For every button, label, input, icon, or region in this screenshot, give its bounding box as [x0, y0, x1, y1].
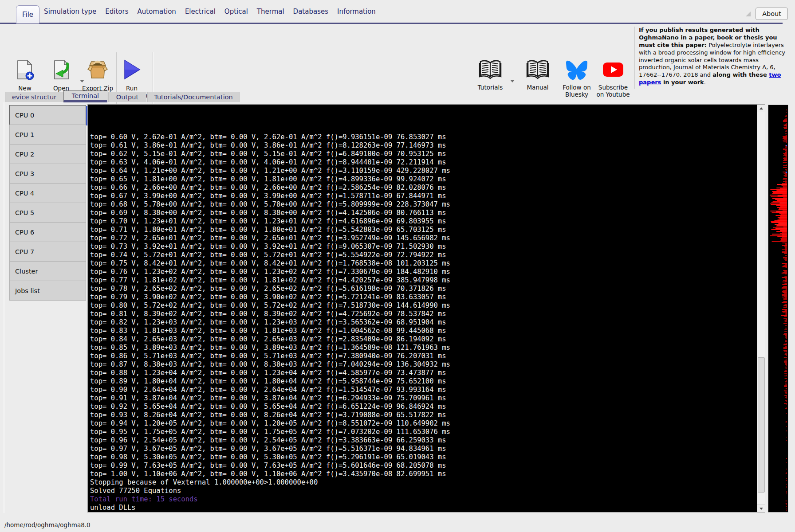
- terminal-scrollbar[interactable]: [757, 105, 765, 512]
- sidebar-item-jobs-list[interactable]: Jobs list: [9, 281, 86, 301]
- terminal-line: top= 0.63 V, 4.06e-01 A/m^2, btm= 0.00 V…: [90, 158, 751, 167]
- terminal-line: Stopping because of Vexternal 1.000000e+…: [90, 478, 751, 487]
- sidebar-item-cpu-6[interactable]: CPU 6: [9, 222, 86, 242]
- cpu-activity-graph: [768, 105, 787, 511]
- terminal-line: top= 0.64 V, 1.21e+00 A/m^2, btm= 0.00 V…: [90, 167, 751, 175]
- menu-items: FileSimulation typeEditorsAutomationElec…: [16, 0, 380, 23]
- manual-book-icon: [526, 59, 550, 82]
- terminal-line: top= 0.89 V, 1.80e+04 A/m^2, btm= 0.00 V…: [90, 377, 751, 386]
- tutorials-book-icon: [478, 59, 502, 82]
- cpu-list: CPU 0CPU 1CPU 2CPU 3CPU 4CPU 5CPU 6CPU 7…: [9, 106, 86, 301]
- terminal-line: top= 0.66 V, 2.66e+00 A/m^2, btm= 0.00 V…: [90, 184, 751, 192]
- terminal-line: unload DLLs: [90, 504, 751, 512]
- terminal-line: top= 0.75 V, 8.42e+01 A/m^2, btm= 0.00 V…: [90, 259, 751, 268]
- terminal-line: top= 0.69 V, 8.38e+00 A/m^2, btm= 0.00 V…: [90, 209, 751, 217]
- app-window: FileSimulation typeEditorsAutomationElec…: [0, 0, 795, 532]
- terminal-panel: top= 0.60 V, 2.62e-01 A/m^2, btm= 0.00 V…: [87, 104, 765, 512]
- citation-segment: .: [704, 79, 706, 86]
- terminal-line: top= 0.74 V, 5.72e+01 A/m^2, btm= 0.00 V…: [90, 251, 751, 259]
- terminal-output[interactable]: top= 0.60 V, 2.62e-01 A/m^2, btm= 0.00 V…: [88, 105, 751, 512]
- terminal-line: top= 0.87 V, 8.38e+03 A/m^2, btm= 0.00 V…: [90, 360, 751, 369]
- tab-device-structure[interactable]: evice structur: [5, 92, 63, 102]
- run-simulation-icon: [122, 59, 142, 82]
- tab-output[interactable]: Output: [108, 92, 146, 102]
- terminal-line: top= 0.82 V, 1.23e+03 A/m^2, btm= 0.00 V…: [90, 318, 751, 327]
- about-button[interactable]: About: [756, 8, 788, 20]
- menu-item-automation[interactable]: Automation: [133, 5, 181, 18]
- citation-text: If you publish results generated with Og…: [639, 27, 792, 86]
- bluesky-butterfly-icon: [566, 59, 587, 82]
- terminal-line: top= 0.83 V, 1.81e+03 A/m^2, btm= 0.00 V…: [90, 327, 751, 335]
- sidebar-item-cpu-3[interactable]: CPU 3: [9, 164, 86, 184]
- terminal-line: top= 0.65 V, 1.81e+00 A/m^2, btm= 0.00 V…: [90, 175, 751, 184]
- sidebar-item-cpu-5[interactable]: CPU 5: [9, 203, 86, 223]
- tutorials-button[interactable]: Tutorials: [471, 59, 509, 91]
- terminal-line: top= 0.78 V, 2.65e+02 A/m^2, btm= 0.00 V…: [90, 285, 751, 293]
- scrollbar-thumb[interactable]: [758, 357, 765, 493]
- up-arrow-icon: [760, 107, 763, 110]
- terminal-line: top= 0.70 V, 1.23e+01 A/m^2, btm= 0.00 V…: [90, 217, 751, 226]
- export-zip-button[interactable]: Export Zip: [80, 59, 115, 92]
- menu-item-thermal[interactable]: Thermal: [252, 5, 289, 18]
- terminal-line: Solved 77250 Equations: [90, 487, 751, 495]
- toolbar-separator: [634, 27, 635, 89]
- terminal-line: top= 0.98 V, 5.30e+05 A/m^2, btm= 0.00 V…: [90, 453, 751, 462]
- menu-item-databases[interactable]: Databases: [289, 5, 333, 18]
- export-zip-icon: [86, 59, 109, 82]
- terminal-line: top= 0.68 V, 5.78e+00 A/m^2, btm= 0.00 V…: [90, 200, 751, 209]
- tab-tutorials-documentation[interactable]: Tutorials/Documentation: [147, 92, 240, 102]
- terminal-line: top= 0.67 V, 3.99e+00 A/m^2, btm= 0.00 V…: [90, 192, 751, 200]
- down-arrow-icon: [760, 508, 763, 510]
- terminal-line: top= 0.72 V, 2.65e+01 A/m^2, btm= 0.00 V…: [90, 234, 751, 243]
- tabbar: evice structurTerminalOutputTutorials/Do…: [0, 90, 795, 102]
- terminal-line: top= 0.61 V, 3.86e-01 A/m^2, btm= 0.00 V…: [90, 141, 751, 150]
- tab-terminal[interactable]: Terminal: [63, 90, 107, 102]
- terminal-line: top= 0.86 V, 5.71e+03 A/m^2, btm= 0.00 V…: [90, 352, 751, 360]
- terminal-line: top= 0.62 V, 5.15e-01 A/m^2, btm= 0.00 V…: [90, 150, 751, 158]
- terminal-line: top= 0.80 V, 5.72e+02 A/m^2, btm= 0.00 V…: [90, 301, 751, 310]
- terminal-line: top= 0.99 V, 7.63e+05 A/m^2, btm= 0.00 V…: [90, 462, 751, 470]
- sidebar-item-cpu-1[interactable]: CPU 1: [9, 125, 86, 145]
- terminal-line: top= 0.81 V, 8.39e+02 A/m^2, btm= 0.00 V…: [90, 310, 751, 318]
- terminal-line: top= 0.94 V, 1.20e+05 A/m^2, btm= 0.00 V…: [90, 419, 751, 428]
- sidebar-item-cpu-0[interactable]: CPU 0: [9, 105, 86, 125]
- terminal-line: top= 0.79 V, 3.90e+02 A/m^2, btm= 0.00 V…: [90, 293, 751, 301]
- scrollbar-up-button[interactable]: [757, 105, 765, 112]
- terminal-line: top= 0.96 V, 2.54e+05 A/m^2, btm= 0.00 V…: [90, 436, 751, 445]
- content-frame-edge: [4, 102, 4, 513]
- terminal-line: top= 0.60 V, 2.62e-01 A/m^2, btm= 0.00 V…: [90, 133, 751, 141]
- terminal-line: top= 0.91 V, 3.87e+04 A/m^2, btm= 0.00 V…: [90, 394, 751, 403]
- terminal-line: top= 0.93 V, 8.26e+04 A/m^2, btm= 0.00 V…: [90, 411, 751, 419]
- terminal-line: top= 0.84 V, 2.65e+03 A/m^2, btm= 0.00 V…: [90, 335, 751, 344]
- sidebar-item-cluster[interactable]: Cluster: [9, 261, 86, 281]
- sidebar-item-cpu-7[interactable]: CPU 7: [9, 242, 86, 262]
- tutorials-dropdown-arrow-icon[interactable]: [510, 80, 515, 82]
- menu-item-simulation-type[interactable]: Simulation type: [39, 5, 101, 18]
- scrollbar-down-button[interactable]: [757, 505, 765, 512]
- terminal-line: top= 0.90 V, 2.64e+04 A/m^2, btm= 0.00 V…: [90, 386, 751, 394]
- citation-segment: along with these: [712, 71, 769, 78]
- menu-item-information[interactable]: Information: [333, 5, 380, 18]
- new-simulation-icon: [14, 59, 35, 82]
- open-simulation-icon: [51, 59, 72, 82]
- terminal-line: top= 1.00 V, 1.10e+06 A/m^2, btm= 0.00 V…: [90, 470, 751, 478]
- terminal-line: top= 0.92 V, 5.65e+04 A/m^2, btm= 0.00 V…: [90, 403, 751, 411]
- resize-grip-icon: [746, 12, 751, 16]
- youtube-icon: [602, 59, 624, 82]
- menu-item-editors[interactable]: Editors: [101, 5, 133, 18]
- terminal-line: top= 0.95 V, 1.75e+05 A/m^2, btm= 0.00 V…: [90, 428, 751, 436]
- terminal-line: top= 0.71 V, 1.80e+01 A/m^2, btm= 0.00 V…: [90, 226, 751, 234]
- terminal-line: Total run time: 15 seconds: [90, 495, 751, 504]
- menubar: FileSimulation typeEditorsAutomationElec…: [0, 0, 795, 25]
- status-path: /home/rod/oghma/oghma8.0: [4, 521, 91, 528]
- terminal-line: top= 0.88 V, 1.23e+04 A/m^2, btm= 0.00 V…: [90, 369, 751, 377]
- terminal-line: top= 0.85 V, 3.89e+03 A/m^2, btm= 0.00 V…: [90, 344, 751, 352]
- terminal-line: top= 0.97 V, 3.67e+05 A/m^2, btm= 0.00 V…: [90, 445, 751, 453]
- manual-button[interactable]: Manual: [519, 59, 557, 91]
- menu-item-file[interactable]: File: [16, 5, 39, 23]
- menu-item-optical[interactable]: Optical: [220, 5, 252, 18]
- sidebar-item-cpu-2[interactable]: CPU 2: [9, 144, 86, 164]
- menu-item-electrical[interactable]: Electrical: [181, 5, 220, 18]
- terminal-line: top= 0.76 V, 1.23e+02 A/m^2, btm= 0.00 V…: [90, 268, 751, 276]
- sidebar-item-cpu-4[interactable]: CPU 4: [9, 183, 86, 203]
